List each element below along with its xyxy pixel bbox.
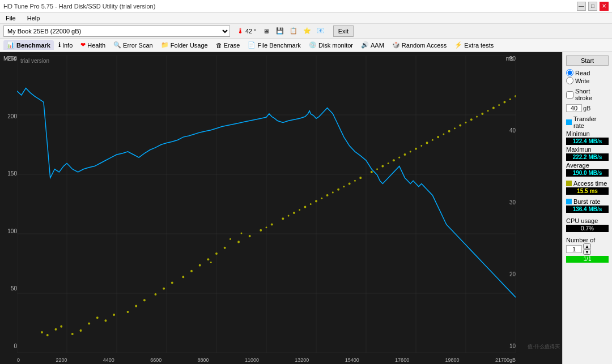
start-button[interactable]: Start <box>566 55 609 66</box>
short-stroke-row[interactable]: Short stroke <box>566 88 609 101</box>
erase-icon: 🗑 <box>216 42 222 49</box>
folder-icon: 📁 <box>161 41 169 49</box>
icon1[interactable]: 🖥 <box>261 25 272 37</box>
maximize-button[interactable]: □ <box>588 2 597 11</box>
y-axis-left: 250 200 150 100 50 0 <box>1 52 17 353</box>
disk-monitor-icon: 💿 <box>309 41 317 49</box>
svg-point-50 <box>359 177 362 179</box>
svg-point-67 <box>241 232 243 234</box>
svg-point-76 <box>376 168 378 170</box>
tab-extra-tests[interactable]: ⚡ Extra tests <box>451 40 497 50</box>
x-label-15400: 15400 <box>345 357 359 363</box>
drive-select[interactable]: My Book 25EB (22000 gB) <box>3 25 230 37</box>
close-button[interactable]: ✕ <box>600 2 609 11</box>
svg-point-32 <box>171 281 173 284</box>
svg-point-44 <box>293 212 295 214</box>
y-label-200: 200 <box>1 113 17 119</box>
svg-point-70 <box>299 209 300 211</box>
exit-button[interactable]: Exit <box>333 25 354 37</box>
maximum-value: 222.2 MB/s <box>566 153 609 161</box>
number-row: ▲ ▼ <box>566 243 609 255</box>
tab-erase[interactable]: 🗑 Erase <box>212 41 244 50</box>
average-value: 190.0 MB/s <box>566 169 609 177</box>
transfer-rate-label: Transfer rate <box>573 115 609 129</box>
svg-point-34 <box>190 270 193 272</box>
error-scan-icon: 🔍 <box>113 41 121 49</box>
file-benchmark-icon: 📄 <box>248 41 256 49</box>
cpu-usage-label: CPU usage <box>566 217 609 224</box>
tab-benchmark[interactable]: 📊 Benchmark <box>3 40 54 50</box>
aam-icon: 🔊 <box>361 41 369 49</box>
icon3[interactable]: 📋 <box>288 25 299 37</box>
svg-point-28 <box>135 305 137 307</box>
number-up-button[interactable]: ▲ <box>583 243 591 249</box>
icon5[interactable]: 📧 <box>315 25 326 37</box>
svg-point-29 <box>143 299 146 301</box>
svg-point-17 <box>41 331 43 333</box>
svg-point-20 <box>60 326 62 328</box>
short-stroke-checkbox[interactable] <box>566 91 573 99</box>
number-down-button[interactable]: ▼ <box>583 249 591 255</box>
svg-point-81 <box>432 139 434 141</box>
minimize-button[interactable]: — <box>577 2 586 11</box>
extra-tests-label: Extra tests <box>464 42 494 49</box>
svg-point-83 <box>454 127 456 129</box>
tab-aam[interactable]: 🔊 AAM <box>358 40 388 50</box>
svg-point-49 <box>348 182 351 185</box>
burst-rate-header: Burst rate <box>566 198 609 205</box>
tab-error-scan[interactable]: 🔍 Error Scan <box>110 40 156 50</box>
aam-label: AAM <box>371 42 384 49</box>
transfer-rate-group: Transfer rate Minimun 122.4 MB/s Maximun… <box>566 115 609 177</box>
write-radio[interactable] <box>566 77 573 84</box>
svg-point-48 <box>337 189 339 191</box>
tab-health[interactable]: ❤ Health <box>77 40 109 50</box>
x-label-11000: 11000 <box>245 357 259 363</box>
icon2[interactable]: 💾 <box>274 25 286 37</box>
svg-point-88 <box>509 99 511 100</box>
transfer-rate-color <box>566 119 572 125</box>
icon4[interactable]: ⭐ <box>301 25 313 37</box>
svg-point-68 <box>266 226 267 228</box>
svg-point-69 <box>288 215 290 217</box>
svg-point-55 <box>415 148 417 150</box>
tab-file-benchmark[interactable]: 📄 File Benchmark <box>244 40 304 50</box>
svg-point-39 <box>237 241 240 243</box>
file-menu[interactable]: File <box>3 14 18 23</box>
svg-point-85 <box>476 116 478 118</box>
read-radio-row[interactable]: Read <box>566 69 609 76</box>
help-menu[interactable]: Help <box>25 14 42 23</box>
benchmark-label: Benchmark <box>16 42 50 49</box>
temp-icon: 🌡 <box>237 27 244 35</box>
random-access-label: Random Access <box>402 42 447 49</box>
svg-point-58 <box>448 130 450 132</box>
write-radio-row[interactable]: Write <box>566 77 609 84</box>
tab-folder-usage[interactable]: 📁 Folder Usage <box>158 40 211 50</box>
svg-point-75 <box>354 180 356 182</box>
svg-point-47 <box>326 194 329 196</box>
chart-area: MB/s ms trial version 250 200 150 100 50… <box>0 52 562 364</box>
cpu-usage-value: 0.7% <box>566 225 609 232</box>
file-benchmark-label: File Benchmark <box>257 42 300 49</box>
minimum-title: Minimun <box>566 130 609 137</box>
tab-random-access[interactable]: 🎲 Random Access <box>389 40 450 50</box>
tab-info[interactable]: ℹ Info <box>55 40 76 50</box>
svg-point-63 <box>503 101 505 103</box>
svg-point-60 <box>470 118 473 121</box>
number-input[interactable] <box>566 245 582 253</box>
read-radio[interactable] <box>566 69 573 76</box>
progress-label: 1/1 <box>566 256 609 263</box>
tab-disk-monitor[interactable]: 💿 Disk monitor <box>305 40 356 50</box>
svg-point-71 <box>310 203 312 205</box>
x-label-4400: 4400 <box>103 357 114 363</box>
read-label: Read <box>575 70 590 76</box>
number-spinners: ▲ ▼ <box>583 243 591 255</box>
burst-rate-label: Burst rate <box>573 198 601 205</box>
cpu-usage-group: CPU usage 0.7% <box>566 216 609 232</box>
svg-point-73 <box>332 191 334 193</box>
stroke-input[interactable] <box>566 104 582 112</box>
svg-point-33 <box>182 276 184 278</box>
svg-point-72 <box>321 198 322 199</box>
average-title: Average <box>566 162 609 169</box>
health-label: Health <box>87 42 105 49</box>
svg-point-82 <box>443 133 444 135</box>
